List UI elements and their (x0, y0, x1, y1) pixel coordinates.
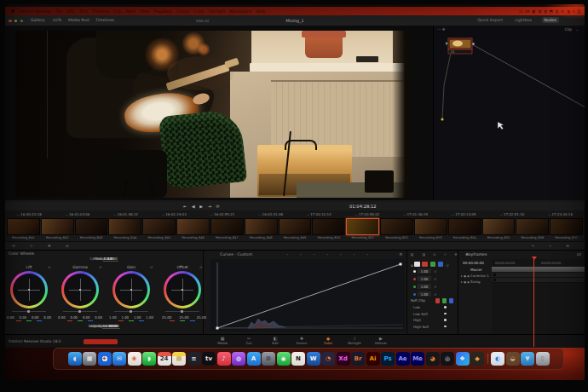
dock-app-icon[interactable]: ≡ (187, 352, 201, 366)
timeline-clip[interactable]: Recording_641 (7, 218, 40, 240)
clip-thumbnail[interactable] (346, 218, 379, 235)
dock-app-icon[interactable]: ✦ (98, 352, 112, 366)
dock-app-icon[interactable]: Me (411, 352, 424, 366)
status-icon[interactable]: ⚙ (561, 9, 564, 14)
clip-selector[interactable]: Clip (565, 27, 572, 32)
dock-app-icon[interactable]: Br (351, 352, 365, 366)
clip-thumbnail[interactable] (142, 218, 176, 235)
dock-app-icon[interactable]: ▤ (172, 352, 186, 366)
page-tab[interactable]: ▶ Deliver (372, 336, 390, 345)
red-channel-chip[interactable] (422, 262, 428, 267)
page-tab[interactable]: ✂ Cut (239, 336, 258, 345)
dock-app-icon[interactable]: ◕ (426, 352, 440, 366)
curve-control-icons[interactable]: ◧ ◨ ⊘ ⟐ ✥ ⊕ (411, 252, 471, 257)
dock-app-icon[interactable]: A (247, 352, 261, 366)
clip-thumbnail[interactable] (7, 218, 40, 235)
soft-clip-row[interactable]: Low Soft (413, 312, 456, 319)
offset-wheel[interactable] (164, 271, 201, 308)
menu-item[interactable]: Fusion (176, 9, 189, 14)
lift-wheel[interactable] (10, 271, 48, 308)
luma-channel-chip[interactable] (414, 262, 420, 267)
curves-graph[interactable] (210, 259, 405, 331)
dock-app-icon[interactable] (486, 352, 490, 366)
status-icon[interactable]: ◧ (532, 9, 535, 14)
menu-item[interactable]: File (55, 9, 62, 14)
dock-app-icon[interactable]: ◐ (491, 352, 504, 366)
menu-item[interactable]: Workspace (229, 9, 251, 14)
soft-clip-dot[interactable] (444, 313, 447, 315)
menu-item[interactable]: Fairlight (209, 9, 225, 14)
timeline-clip[interactable]: Recording_654 (448, 218, 481, 240)
clip-thumbnail[interactable] (312, 218, 345, 235)
status-icon[interactable]: ◨ (566, 9, 569, 14)
timeline-clip[interactable]: Recording_643 (75, 218, 108, 240)
keyframes-track-area[interactable]: 00:00:00:00 00:00:05:00 (492, 259, 585, 335)
status-icon[interactable]: ✦ (572, 9, 575, 14)
quick-export-button[interactable]: Quick Export (478, 18, 504, 22)
keyframe-playhead[interactable] (533, 258, 534, 347)
node-tools-icon[interactable]: ⋯ ✥ (437, 27, 445, 32)
keyframe-track[interactable]: ▸ ● ◆ Sizing (461, 280, 492, 285)
timeline-clip[interactable]: Recording_642 (41, 218, 74, 240)
timeline-clip[interactable]: Recording_655 (482, 218, 516, 240)
status-icon[interactable]: ▤ (555, 9, 558, 14)
timeline-clip[interactable]: Recording_653 (414, 218, 447, 240)
dock-app-icon[interactable]: ✉ (112, 352, 126, 366)
clip-thumbnail[interactable] (550, 218, 583, 235)
channel-gain-value[interactable]: 1.00 (418, 284, 431, 289)
clip-thumbnail[interactable] (448, 218, 481, 235)
dock-app-icon[interactable]: ◒ (506, 352, 520, 366)
page-tab[interactable]: ◉ Color (319, 336, 337, 345)
clip-thumbnail[interactable] (279, 218, 312, 235)
dock-app-icon[interactable]: 24 (158, 352, 171, 366)
menu-item[interactable]: Playback (154, 9, 172, 14)
menu-item[interactable]: Edit (66, 9, 74, 14)
soft-clip-row[interactable]: High Soft (413, 325, 456, 331)
dock-app-icon[interactable]: ▯ (536, 352, 550, 366)
timeline-clip[interactable]: Recording_650 (312, 218, 345, 240)
timeline-right-tools[interactable]: ✎ ⌖ ⊕ (531, 244, 576, 248)
clip-thumbnail[interactable] (516, 218, 549, 235)
curves-title[interactable]: Curves - Custom (220, 252, 252, 257)
master-track-bar[interactable] (492, 267, 585, 272)
dock-app-icon[interactable]: ◔ (321, 352, 335, 366)
timeline-clip[interactable]: Recording_656 (516, 218, 549, 240)
clip-thumbnail[interactable] (380, 218, 413, 235)
dock-app-icon[interactable]: ◉ (277, 352, 291, 366)
keyframes-title[interactable]: Keyframes (466, 252, 487, 257)
clip-thumbnail[interactable] (176, 218, 210, 235)
gain-master-slider[interactable] (114, 311, 148, 312)
soft-clip-red-chip[interactable] (435, 298, 440, 303)
clip-thumbnail[interactable] (245, 218, 278, 235)
clip-thumbnail[interactable] (414, 218, 447, 235)
clip-thumbnail[interactable] (75, 218, 108, 235)
gain-reset-icon[interactable]: ↺ (434, 292, 436, 297)
dock-app-icon[interactable]: ♪ (217, 352, 231, 366)
curve-mode-icons[interactable]: ⌁ ⌁ ⌁ ⌁ ⌁ ⌁ ⌁ (286, 252, 374, 257)
status-icon[interactable]: ◍ (544, 9, 547, 14)
dock-app-icon[interactable]: ◎ (441, 352, 454, 366)
page-tab[interactable]: ❖ Fusion (292, 336, 311, 345)
dock-app-icon[interactable]: ◍ (232, 352, 245, 366)
lift-master-slider[interactable] (12, 311, 46, 312)
dock-app-icon[interactable]: ◆ (470, 352, 484, 366)
offset-master-slider[interactable] (165, 311, 199, 312)
page-tab[interactable]: ▦ Media (213, 336, 232, 345)
link-channels-icon[interactable]: ⧉ (411, 263, 413, 268)
clip-thumbnail[interactable] (41, 218, 74, 235)
transport-controls[interactable]: ⇤ ◀ ▶ ⇥ ⟳ (183, 204, 222, 209)
timeline-clip[interactable]: Recording_648 (245, 218, 278, 240)
menu-item[interactable]: Timeline (92, 9, 109, 14)
dock-app-icon[interactable]: Ps (381, 352, 395, 366)
green-channel-chip[interactable] (430, 262, 436, 267)
timeline-ruler[interactable]: ▭16:00:23:18▭16:01:04:06▭16:01:48:12▭16:… (5, 210, 585, 218)
nodes-toggle-button[interactable]: Nodes (542, 17, 559, 23)
dock-app-icon[interactable]: ⚙ (262, 352, 275, 366)
soft-clip-row[interactable]: High (413, 318, 456, 325)
node-graph-canvas[interactable] (434, 34, 585, 200)
lightbox-button[interactable]: Lightbox (515, 18, 532, 22)
dock-app-icon[interactable]: ▼ (521, 352, 534, 366)
dock-app-icon[interactable]: ▦ (83, 352, 96, 366)
status-icon[interactable]: ▥ (538, 9, 541, 14)
video-frame[interactable] (15, 31, 411, 198)
